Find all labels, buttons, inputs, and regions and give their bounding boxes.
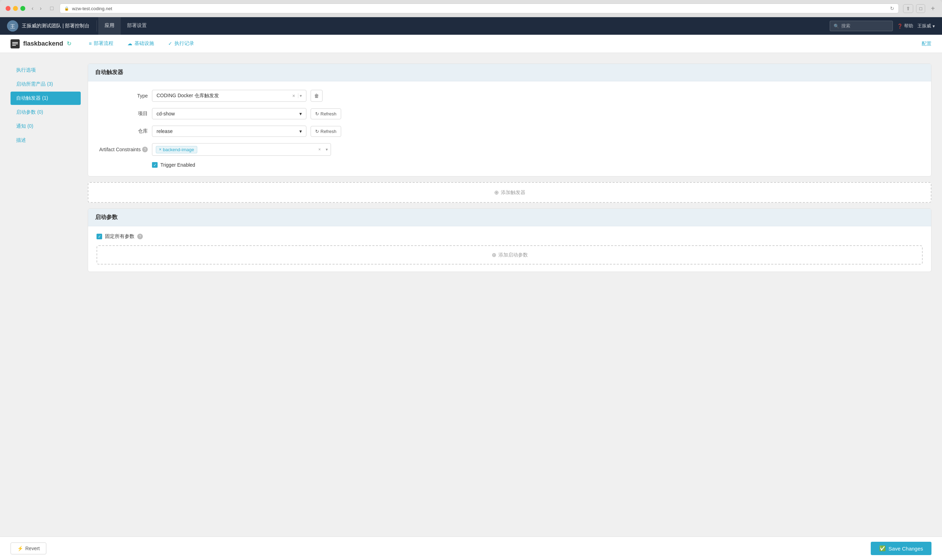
repo-dropdown-icon: ▾ (299, 128, 302, 134)
project-refresh-icon: ↻ (315, 111, 319, 117)
share-button[interactable]: ⇧ (903, 4, 913, 13)
forward-button[interactable]: › (38, 5, 43, 12)
help-icon: ❓ (897, 23, 903, 29)
add-trigger-button[interactable]: ⊕ 添加触发器 (88, 182, 931, 203)
add-tab-button[interactable]: + (930, 5, 936, 12)
type-label: Type (99, 93, 148, 98)
repo-control: release ▾ (152, 126, 306, 137)
fix-params-checkbox[interactable]: ✓ (97, 234, 102, 239)
search-icon: 🔍 (834, 23, 839, 29)
content-area: 自动触发器 Type CODING Docker 仓库触发发 × (88, 63, 931, 542)
type-clear-icon[interactable]: × (292, 93, 295, 98)
fix-params-row: ✓ 固定所有参数 ? (97, 233, 923, 240)
nav-item-deploy-settings[interactable]: 部署设置 (121, 17, 153, 35)
lock-icon: 🔒 (64, 6, 69, 11)
sidebar-item-required-products[interactable]: 启动所需产品 (3) (11, 77, 81, 91)
close-button[interactable] (6, 6, 11, 11)
fix-params-help-icon[interactable]: ? (137, 234, 143, 239)
add-params-plus-icon: ⊕ (492, 252, 496, 258)
project-control: cd-show ▾ (152, 108, 306, 119)
artifact-help-icon[interactable]: ? (142, 147, 148, 152)
artifact-tag: × backend-image (156, 146, 197, 153)
artifact-clear-all-icon[interactable]: × (318, 147, 321, 152)
fix-params-label: 固定所有参数 (105, 233, 134, 240)
save-changes-button[interactable]: ✅ Save Changes (871, 542, 931, 555)
main-content: 执行选项 启动所需产品 (3) 自动触发器 (1) 启动参数 (0) 通知 (0… (0, 53, 942, 560)
auto-trigger-section: 自动触发器 Type CODING Docker 仓库触发发 × (88, 63, 931, 177)
app-icon (11, 39, 20, 48)
search-box[interactable]: 🔍 搜索 (830, 21, 893, 31)
artifact-input[interactable]: × backend-image × ▾ (152, 143, 331, 156)
trigger-enabled-row: ✓ Trigger Enabled (152, 162, 920, 168)
sidebar-item-start-params[interactable]: 启动参数 (0) (11, 106, 81, 119)
project-refresh-button[interactable]: ↻ Refresh (311, 108, 341, 119)
bottom-bar: ⚡ Revert ✅ Save Changes (0, 537, 942, 560)
maximize-button[interactable] (20, 6, 25, 11)
project-label: 项目 (99, 111, 148, 117)
tab-icon-button[interactable]: □ (48, 5, 56, 12)
add-trigger-plus-icon: ⊕ (494, 189, 499, 196)
repo-select[interactable]: release ▾ (152, 126, 306, 137)
save-check-icon: ✅ (879, 545, 886, 552)
minimize-button[interactable] (13, 6, 18, 11)
address-bar[interactable]: 🔒 wzw-test.coding.net ↻ (60, 3, 899, 13)
project-row: 项目 cd-show ▾ ↻ Refresh (99, 108, 920, 119)
sidebar-item-execution-options[interactable]: 执行选项 (11, 63, 81, 77)
reload-button[interactable]: ↻ (890, 6, 894, 11)
type-control: CODING Docker 仓库触发发 × ▾ (152, 90, 306, 102)
repo-label: 仓库 (99, 128, 148, 134)
nav-right: 🔍 搜索 ❓ 帮助 王振威 ▾ (830, 21, 935, 31)
trigger-enabled-label: Trigger Enabled (160, 162, 195, 168)
team-logo: 王 王振威的测试团队 | 部署控制台 (7, 20, 97, 32)
project-select[interactable]: cd-show ▾ (152, 108, 306, 119)
trigger-enabled-checkbox[interactable]: ✓ (152, 162, 158, 168)
team-name: 王振威的测试团队 | 部署控制台 (22, 23, 89, 29)
artifact-label: Artifact Constraints ? (99, 147, 148, 152)
project-dropdown-icon: ▾ (299, 111, 302, 117)
trigger-body: Type CODING Docker 仓库触发发 × ▾ (88, 82, 931, 176)
svg-rect-4 (12, 43, 18, 44)
start-params-section: 启动参数 ✓ 固定所有参数 ? ⊕ 添加启动参数 (88, 208, 931, 272)
tab-execution-records[interactable]: ✓ 执行记录 (161, 35, 201, 53)
repo-refresh-button[interactable]: ↻ Refresh (311, 126, 341, 137)
svg-rect-5 (12, 45, 16, 46)
sidebar-item-notification[interactable]: 通知 (0) (11, 120, 81, 133)
nav-item-apps[interactable]: 应用 (98, 17, 121, 35)
artifact-dropdown-icon[interactable]: ▾ (326, 147, 328, 152)
browser-window: ‹ › □ 🔒 wzw-test.coding.net ↻ ⇧ □ + 王 王振… (0, 0, 942, 560)
repo-row: 仓库 release ▾ ↻ Refresh (99, 126, 920, 137)
browser-buttons (6, 6, 25, 11)
revert-button[interactable]: ⚡ Revert (11, 543, 46, 554)
sub-nav: flaskbackend ↻ ≡ 部署流程 ☁ 基础设施 ✓ 执行记录 配置 (0, 35, 942, 53)
cloud-icon: ☁ (128, 41, 132, 46)
type-select[interactable]: CODING Docker 仓库触发发 × ▾ (152, 90, 306, 102)
refresh-icon[interactable]: ↻ (67, 40, 71, 47)
help-button[interactable]: ❓ 帮助 (897, 23, 913, 29)
sidebar-item-auto-trigger[interactable]: 自动触发器 (1) (11, 92, 81, 105)
svg-rect-3 (12, 42, 18, 43)
svg-text:王: 王 (10, 23, 15, 29)
back-button[interactable]: ‹ (29, 5, 35, 12)
repo-refresh-icon: ↻ (315, 129, 319, 134)
tag-remove-icon[interactable]: × (159, 147, 162, 152)
add-params-button[interactable]: ⊕ 添加启动参数 (97, 245, 923, 265)
nav-menu: 应用 部署设置 (97, 17, 830, 35)
revert-icon: ⚡ (17, 546, 23, 551)
sidebar-item-description[interactable]: 描述 (11, 134, 81, 147)
type-value: CODING Docker 仓库触发发 (157, 92, 219, 99)
config-link[interactable]: 配置 (922, 41, 931, 47)
tab-infrastructure[interactable]: ☁ 基础设施 (120, 35, 161, 53)
tab-deploy-flow[interactable]: ≡ 部署流程 (82, 35, 120, 53)
browser-nav: ‹ › (29, 5, 44, 12)
auto-trigger-header: 自动触发器 (88, 64, 931, 82)
type-dropdown-icon[interactable]: ▾ (300, 93, 302, 98)
artifact-row: Artifact Constraints ? × backend-image ×… (99, 143, 920, 156)
top-nav: 王 王振威的测试团队 | 部署控制台 应用 部署设置 🔍 搜索 ❓ 帮助 王振威 (0, 17, 942, 35)
delete-trigger-button[interactable]: 🗑 (311, 90, 323, 102)
check-icon: ✓ (168, 41, 172, 46)
params-body: ✓ 固定所有参数 ? ⊕ 添加启动参数 (88, 226, 931, 272)
new-tab-button[interactable]: □ (916, 4, 925, 13)
repo-value: release (157, 128, 173, 134)
user-menu[interactable]: 王振威 ▾ (917, 23, 935, 29)
browser-actions: ⇧ □ (903, 4, 925, 13)
